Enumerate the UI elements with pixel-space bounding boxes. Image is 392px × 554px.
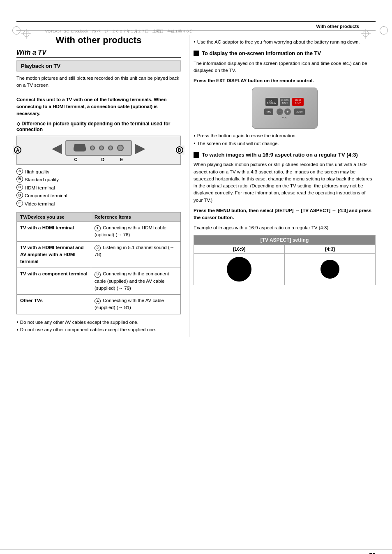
- remote-middle-row: TIME − + ZOOM: [264, 108, 305, 115]
- aspect-example-label: Example of images with a 16:9 aspect rat…: [194, 224, 376, 231]
- bullet-1: Do not use any other AV cables except th…: [16, 319, 181, 326]
- circle-16-9-icon: [227, 257, 251, 282]
- with-a-tv-title: With a TV: [16, 49, 181, 58]
- aspect-body: When playing back motion pictures or sti…: [194, 161, 376, 204]
- arrow-left-icon: ◀: [52, 141, 62, 155]
- legend-b: B Standard quality: [16, 176, 181, 184]
- table-row-4-ref: 4 Connecting with the AV cable (supplied…: [91, 295, 181, 314]
- aspect-cols: [16:9] [4:3]: [194, 245, 375, 253]
- table-row: TV with a component terminal 3 Connectin…: [17, 268, 181, 295]
- diagram-label-a: A: [13, 145, 23, 155]
- reference-table: TV/Devices you use Reference items TV wi…: [16, 212, 181, 314]
- circle-4-3-icon: [321, 260, 339, 279]
- aspect-col-169: [16:9]: [194, 245, 285, 253]
- remote-control-area: EXTDISPLAY PHOTOSHOT STARTSTOP TIME − + …: [194, 88, 376, 129]
- display-info-title: To display the on-screen information on …: [202, 50, 321, 57]
- aspect-images: [194, 253, 375, 285]
- diamond-section: ◇ Difference in picture quality dependin…: [16, 121, 181, 132]
- page: VQT1A34_GC_ENG.book 75 ページ ２００７年１月２７日 土曜…: [0, 21, 392, 554]
- legend-a: A High quality: [16, 168, 181, 176]
- diagram-inner-row: ◀ ▶: [20, 140, 177, 156]
- time-btn: TIME: [264, 108, 273, 115]
- section-black-square-1: [194, 51, 199, 56]
- right-column: ● Use the AC adaptor to free you from wo…: [189, 35, 376, 337]
- page-number: 75: [357, 552, 376, 554]
- body-text-2-bold: Connect this unit to a TV with one of th…: [16, 97, 166, 116]
- circle-port-1: [90, 145, 95, 150]
- display-info-section-header: To display the on-screen information on …: [194, 50, 376, 57]
- table-row-3-device: TV with a component terminal: [17, 268, 91, 295]
- arrow-right-icon: ▶: [135, 141, 145, 155]
- legend-d-text: Component terminal: [25, 192, 67, 200]
- display-info-body: The information displayed on the screen …: [194, 60, 376, 74]
- legend-d: D Component terminal: [16, 192, 181, 200]
- right-bullet-2: The screen on this unit will not change.: [194, 140, 376, 147]
- photo-shot-btn: PHOTOSHOT: [280, 98, 290, 106]
- remote-control: EXTDISPLAY PHOTOSHOT STARTSTOP TIME − + …: [252, 88, 318, 129]
- table-col2-header: Reference items: [91, 212, 181, 222]
- bullet-icon-1: ●: [194, 39, 196, 45]
- bullet-2: Do not use any other component cables ex…: [16, 326, 181, 333]
- table-col1-header: TV/Devices you use: [17, 212, 91, 222]
- right-bullet-ac: ● Use the AC adaptor to free you from wo…: [194, 38, 376, 46]
- vol-label: VOL: [282, 116, 287, 119]
- left-column: With other products With a TV Playback o…: [16, 35, 189, 337]
- legend-e-circle: E: [16, 200, 23, 207]
- legend-b-circle: B: [16, 176, 23, 182]
- diagram-label-b: B: [175, 145, 184, 155]
- circle-port-large: [117, 145, 124, 151]
- crosshair-tl: [21, 29, 31, 39]
- table-row-1-device: TV with a HDMI terminal: [17, 222, 91, 242]
- aspect-img-43: [285, 254, 375, 285]
- aspect-bold-instruction: Press the MENU button, then select [SETU…: [194, 207, 376, 222]
- crosshair-tr: [361, 29, 371, 39]
- minus-btn: −: [277, 108, 283, 115]
- main-content: With other products With a TV Playback o…: [0, 35, 392, 337]
- labels-below: C D E: [20, 157, 177, 162]
- diamond-title: ◇ Difference in picture quality dependin…: [16, 121, 181, 132]
- right-bullet-1: Press the button again to erase the info…: [194, 132, 376, 139]
- legend-e-text: Video terminal: [25, 200, 55, 208]
- zoom-btn: ZOOM: [294, 108, 305, 115]
- legend-b-text: Standard quality: [25, 176, 59, 184]
- playback-box: Playback on TV: [16, 60, 181, 72]
- diagram-box: A B ◀: [16, 136, 181, 165]
- legend-a-circle: A: [16, 168, 23, 175]
- legend-d-circle: D: [16, 192, 23, 199]
- header-meta: VQT1A34_GC_ENG.book 75 ページ ２００７年１月２７日 土曜…: [45, 29, 193, 34]
- ref-num-4: 4: [95, 298, 101, 304]
- label-c: C: [74, 157, 77, 162]
- plus-btn: +: [284, 108, 291, 115]
- right-section1-bullets: Press the button again to erase the info…: [194, 132, 376, 147]
- body-text-1: The motion pictures and still pictures r…: [16, 75, 181, 118]
- remote-top-row: EXTDISPLAY PHOTOSHOT STARTSTOP: [265, 98, 304, 106]
- ref-num-1: 1: [95, 225, 101, 231]
- ext-display-btn: EXTDISPLAY: [265, 98, 278, 106]
- plus-minus-btns: − +: [277, 108, 291, 115]
- ports-strip: [65, 140, 132, 156]
- table-row-2-device: TV with a HDMI terminal and AV amplifier…: [17, 241, 91, 268]
- table-row: TV with a HDMI terminal and AV amplifier…: [17, 241, 181, 268]
- aspect-col-43: [4:3]: [285, 245, 375, 253]
- circle-port-2: [99, 145, 104, 150]
- aspect-section-header: To watch images with a 16:9 aspect ratio…: [194, 151, 376, 159]
- table-row-2-ref: 2 Listening in 5.1 channel sound (→ 78): [91, 241, 181, 268]
- display-info-bold: Press the EXT DISPLAY button on the remo…: [194, 77, 376, 84]
- aspect-table: [TV ASPECT] setting [16:9] [4:3]: [194, 235, 376, 285]
- main-title: With other products: [16, 35, 181, 46]
- legend-e: E Video terminal: [16, 200, 181, 208]
- aspect-title: To watch images with a 16:9 aspect ratio…: [202, 151, 358, 159]
- aspect-img-169: [194, 254, 285, 285]
- table-row-4-device: Other TVs: [17, 295, 91, 314]
- aspect-table-header: [TV ASPECT] setting: [194, 235, 375, 245]
- left-bullets: Do not use any other AV cables except th…: [16, 319, 181, 334]
- table-row-1-ref: 1 Connecting with a HDMI cable (optional…: [91, 222, 181, 242]
- label-d: D: [101, 157, 104, 162]
- legend-a-text: High quality: [25, 168, 49, 176]
- connection-diagram: A B ◀: [16, 136, 181, 165]
- legend-c-circle: C: [16, 184, 23, 191]
- ref-num-2: 2: [95, 245, 101, 251]
- ref-num-3: 3: [95, 272, 101, 278]
- page-footer: 75 VQT1A34: [0, 549, 392, 554]
- legend-c-text: HDMI terminal: [25, 184, 55, 192]
